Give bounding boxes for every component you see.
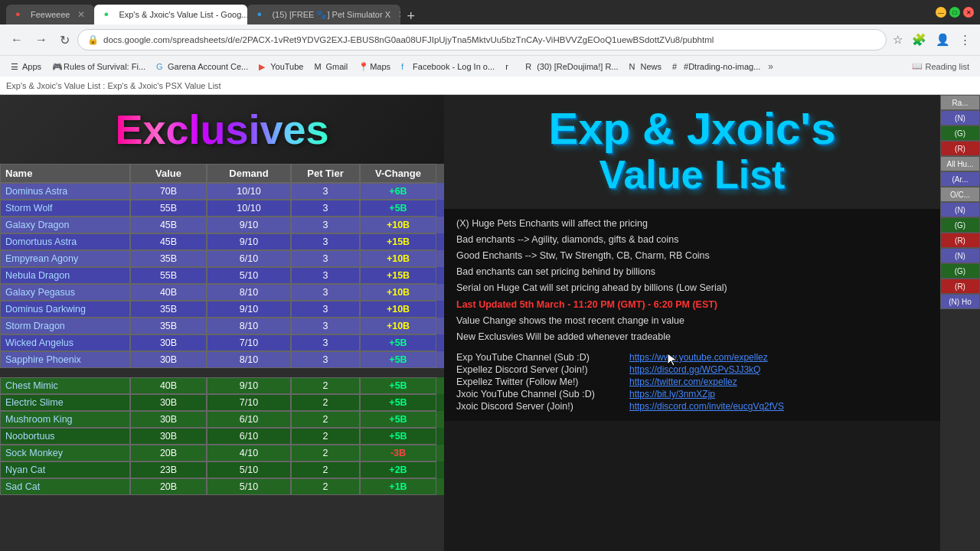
bookmark-gmail-label: Gmail (325, 62, 348, 71)
cell-value: 30B (130, 428, 207, 445)
table-row: Galaxy Pegasus 40B 8/10 3 +10B (0, 284, 444, 301)
link-label-3: Jxoic YouTube Channel (Sub :D) (456, 389, 625, 399)
table-row: Domortuus Astra 45B 9/10 3 +15B (0, 233, 444, 250)
table-row: Sock Monkey 20B 4/10 2 -3B (0, 445, 444, 461)
bookmark-gmail[interactable]: M Gmail (309, 60, 352, 73)
table-row: Dominus Darkwing 35B 9/10 3 +10B (0, 301, 444, 318)
bookmark-youtube-label: YouTube (270, 62, 303, 71)
exclusives-panel: Exclusives Name Value Demand Pet Tier V-… (0, 95, 444, 551)
link-url-2[interactable]: https://twitter.com/expellez (629, 377, 737, 387)
tab1-close[interactable]: ✕ (77, 9, 85, 20)
nav-icons: ☆ 🧩 👤 ⋮ (890, 30, 974, 50)
table-row: Empyrean Agony 35B 6/10 3 +10B (0, 250, 444, 267)
info-section: (X) Huge Pets Enchants will affect the p… (444, 209, 940, 421)
bookmark-icon[interactable]: ☆ (890, 30, 906, 50)
maximize-button[interactable]: □ (949, 7, 960, 18)
cell-tier: 3 (291, 233, 360, 250)
cell-value: 55B (130, 200, 207, 217)
cell-tier: 2 (291, 478, 360, 495)
cell-vchange: +10B (360, 250, 436, 267)
info-line-0: (X) Huge Pets Enchants will affect the p… (456, 217, 928, 230)
profile-icon[interactable]: 👤 (933, 30, 953, 50)
cell-value: 30B (130, 334, 207, 351)
col-header-vchange: V-Change (360, 164, 436, 183)
table-row: Nebula Dragon 55B 5/10 3 +15B (0, 267, 444, 284)
link-url-3[interactable]: https://bit.ly/3nmXZjp (629, 389, 715, 399)
cell-tier: 3 (291, 284, 360, 301)
menu-icon[interactable]: ⋮ (956, 30, 974, 50)
bookmark-r[interactable]: r (501, 60, 519, 73)
address-text: docs.google.com/spreadsheets/d/e/2PACX-1… (103, 35, 877, 44)
cell-vchange: +5B (360, 334, 436, 351)
tab3-close[interactable]: ✕ (398, 9, 400, 20)
cell-vchange: +1B (360, 478, 436, 495)
cell-demand: 7/10 (207, 334, 291, 351)
tab-petsimulator[interactable]: ● (15) [FREE 🐾] Pet Simulator X ✕ (247, 5, 400, 24)
cell-name: Galaxy Pegasus (0, 284, 130, 301)
minimize-button[interactable]: — (936, 7, 946, 18)
back-button[interactable]: ← (6, 30, 28, 50)
bookmark-facebook[interactable]: f Facebook - Log In o... (397, 60, 499, 73)
bookmark-dtrading-label: #Dtrading-no-imag... (684, 62, 760, 71)
more-bookmarks-button[interactable]: » (768, 61, 773, 72)
tab-feeweeee[interactable]: ● Feeweeee ✕ (6, 5, 94, 24)
forward-button[interactable]: → (31, 30, 52, 50)
cell-tier: 2 (291, 461, 360, 478)
cell-name: Storm Wolf (0, 200, 130, 217)
reading-list-label: Reading list (926, 62, 969, 71)
address-bar[interactable]: 🔒 docs.google.com/spreadsheets/d/e/2PACX… (77, 29, 887, 51)
navigation-bar: ← → ↻ 🔒 docs.google.com/spreadsheets/d/e… (0, 24, 980, 55)
reading-list-button[interactable]: 📖 Reading list (907, 60, 974, 73)
bookmark-garena-label: Garena Account Ce... (168, 62, 248, 71)
cell-vchange: +10B (360, 301, 436, 318)
bookmark-dtrading[interactable]: # #Dtrading-no-imag... (668, 60, 765, 73)
cell-value: 70B (130, 183, 207, 200)
col-header-value: Value (130, 164, 207, 183)
cell-name: Storm Dragon (0, 318, 130, 334)
bookmark-redoujima[interactable]: R (30) [ReDoujima!] R... (521, 60, 622, 73)
exp-title-line2: Value List (459, 153, 925, 197)
bookmark-apps[interactable]: ☰ Apps (6, 60, 46, 73)
bookmark-youtube[interactable]: ▶ YouTube (254, 60, 308, 73)
link-url-4[interactable]: https://discord.com/invite/eucgVq2fVS (629, 401, 784, 412)
cell-demand: 6/10 (207, 428, 291, 445)
table-row: Chest Mimic 40B 9/10 2 +5B (0, 377, 444, 394)
right-cell-6: O/C... (940, 187, 980, 202)
cell-value: 55B (130, 267, 207, 284)
bookmark-rules-survival[interactable]: 🎮 Rules of Survival: Fi... (47, 60, 150, 73)
new-tab-button[interactable]: + (400, 8, 421, 24)
bookmark-maps[interactable]: 📍 Maps (354, 60, 395, 73)
link-url-1[interactable]: https://discord.gg/WGPvSJJ3kQ (629, 364, 760, 375)
close-button[interactable]: ✕ (963, 7, 974, 18)
extensions-icon[interactable]: 🧩 (909, 30, 929, 50)
tab3-label: (15) [FREE 🐾] Pet Simulator X (272, 10, 390, 20)
right-cell-13: (N) Ho (940, 294, 980, 309)
cell-tier: 3 (291, 334, 360, 351)
exclusives-header: Exclusives (0, 95, 444, 164)
link-label-2: Expellez Twitter (Follow Me!) (456, 377, 625, 387)
cell-value: 40B (130, 284, 207, 301)
cell-demand: 5/10 (207, 478, 291, 495)
tab-valuelist[interactable]: ● Exp's & Jxoic's Value List - Goog... ✕ (94, 5, 247, 24)
bookmark-garena[interactable]: G Garena Account Ce... (152, 60, 253, 73)
cell-vchange: +10B (360, 217, 436, 233)
link-row-3: Jxoic YouTube Channel (Sub :D) https://b… (456, 389, 928, 399)
right-cell-4: All Hu... (940, 156, 980, 171)
cell-name: Sad Cat (0, 478, 130, 495)
cell-tier: 2 (291, 428, 360, 445)
link-url-0[interactable]: https://www.youtube.com/expellez (629, 352, 768, 363)
table-row: Mushroom King 30B 6/10 2 +5B (0, 411, 444, 428)
table-row: Storm Dragon 35B 8/10 3 +10B (0, 318, 444, 334)
cell-demand: 4/10 (207, 445, 291, 461)
bookmark-news[interactable]: N News (625, 60, 667, 73)
link-label-4: Jxoic Discord Server (Join!) (456, 401, 625, 412)
cell-name: Noobortuus (0, 428, 130, 445)
info-line-3: Bad enchants can set pricing behind by b… (456, 265, 928, 279)
main-content-panel: Exp & Jxoic's Value List (X) Huge Pets E… (444, 95, 940, 551)
table-row: Storm Wolf 55B 10/10 3 +5B (0, 200, 444, 217)
table-row: Dominus Astra 70B 10/10 3 +6B (0, 183, 444, 200)
table-row: Sad Cat 20B 5/10 2 +1B (0, 478, 444, 495)
reload-button[interactable]: ↻ (55, 30, 74, 51)
dt-favicon: # (672, 62, 681, 71)
browser-chrome: ● Feeweeee ✕ ● Exp's & Jxoic's Value Lis… (0, 0, 980, 77)
